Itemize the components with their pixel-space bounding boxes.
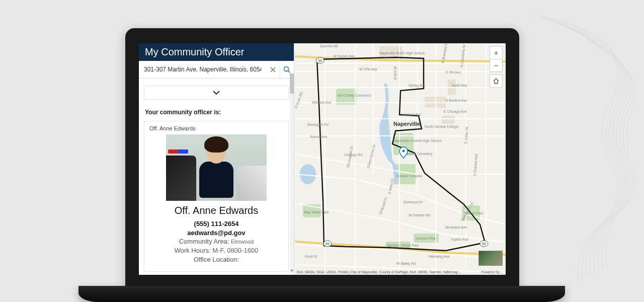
svg-text:W Bailey Rd: W Bailey Rd (396, 262, 416, 266)
map-city-label: Naperville (393, 121, 420, 127)
officer-community-area: Community Area: Elmwood (144, 237, 288, 246)
svg-text:North Central College: North Central College (425, 125, 458, 129)
svg-text:Stonegate Rd: Stonegate Rd (307, 123, 329, 127)
svg-text:Knoll Dr: Knoll Dr (305, 255, 318, 258)
svg-text:59: 59 (482, 242, 486, 246)
officer-phone: (555) 111-2654 (144, 219, 288, 229)
search-row (139, 61, 294, 79)
svg-text:W 57th Ave: W 57th Ave (359, 67, 377, 71)
svg-text:Gartner Park: Gartner Park (416, 237, 436, 240)
svg-point-61 (403, 150, 405, 153)
officer-subhead: Off. Anne Edwards (144, 121, 288, 133)
map-canvas: Naperville 34 59 59 W Ogden Ave W 57th A… (295, 43, 506, 275)
officer-card: Off. Anne Edwards Off. Anne Edwards (555… (144, 121, 289, 272)
svg-text:Tamarack Ave: Tamarack Ave (445, 225, 467, 229)
svg-text:Elmwood Dr: Elmwood Dr (404, 200, 423, 204)
officer-office-location: Office Location: (144, 255, 288, 264)
plus-icon: + (494, 49, 498, 57)
svg-text:May Watts Park: May Watts Park (304, 210, 329, 214)
map-controls: + − (490, 46, 503, 87)
community-area-value: Elmwood (231, 239, 254, 245)
svg-text:Brighton Ridge Park: Brighton Ridge Park (387, 244, 419, 248)
left-panel: My Community Officer Your community offi… (139, 43, 294, 275)
svg-text:Edward Hospital: Edward Hospital (396, 174, 422, 178)
panel-scrollbar[interactable]: ▾ (290, 73, 294, 273)
svg-text:Aurora Ave: Aurora Ave (310, 135, 328, 138)
svg-text:E Chicago Ave: E Chicago Ave (444, 110, 467, 114)
svg-text:Wil-O-Way Commons: Wil-O-Way Commons (337, 94, 371, 98)
svg-text:Oswego Rd: Oswego Rd (344, 153, 363, 157)
svg-text:Waxwing Ave: Waxwing Ave (429, 255, 450, 259)
svg-text:Spring Ave: Spring Ave (409, 84, 426, 88)
community-area-label: Community Area: (179, 238, 231, 245)
svg-text:W Gartner Rd: W Gartner Rd (409, 213, 430, 217)
basemap-toggle[interactable] (478, 251, 503, 266)
svg-text:E 5th Ave: E 5th Ave (446, 70, 461, 74)
officer-email[interactable]: aedwards@pd.gov (144, 229, 288, 238)
officer-photo (166, 134, 267, 201)
app-screen: My Community Officer Your community offi… (139, 43, 506, 275)
chevron-down-icon (213, 91, 220, 95)
close-icon (270, 67, 276, 72)
map-panel[interactable]: Naperville 34 59 59 W Ogden Ave W 57th A… (295, 43, 506, 275)
laptop-frame: My Community Officer Your community offi… (125, 28, 519, 293)
svg-text:59: 59 (326, 242, 330, 246)
office-loc-label: Office Location: (194, 256, 239, 263)
svg-point-0 (284, 66, 289, 71)
app-title: My Community Officer (139, 43, 294, 61)
search-input[interactable] (139, 61, 266, 78)
svg-text:Naperville Central High School: Naperville Central High School (393, 139, 442, 143)
zoom-in-button[interactable]: + (490, 46, 503, 59)
svg-point-9 (300, 164, 316, 184)
officer-name: Off. Anne Edwards (144, 205, 288, 216)
topo-decoration (513, 10, 644, 292)
zoom-out-button[interactable]: − (490, 59, 503, 72)
minus-icon: − (494, 61, 498, 69)
laptop-base (78, 286, 565, 302)
svg-text:W Ogden Ave: W Ogden Ave (333, 54, 355, 58)
svg-text:Tupelo Ave: Tupelo Ave (451, 238, 468, 242)
section-label: Your community officer is: (139, 107, 294, 121)
svg-text:Wilshire Ave: Wilshire Ave (312, 101, 331, 104)
work-hours-value: M-F, 0800-1600 (212, 247, 258, 254)
svg-text:Naperville North High School: Naperville North High School (379, 51, 425, 55)
work-hours-label: Work Hours: (175, 247, 213, 254)
svg-text:E Benton Ave: E Benton Ave (446, 99, 467, 102)
search-icon (283, 66, 291, 73)
scroll-thumb[interactable] (290, 73, 294, 94)
collapse-toggle[interactable] (144, 86, 289, 100)
search-clear-button[interactable] (266, 61, 280, 78)
officer-work-hours: Work Hours: M-F, 0800-1600 (144, 246, 288, 255)
svg-text:34: 34 (318, 59, 322, 62)
svg-text:Summit Hill: Summit Hill (320, 44, 338, 48)
scroll-down-icon[interactable]: ▾ (290, 268, 294, 273)
home-icon (493, 78, 500, 85)
svg-text:Jackson Ave: Jackson Ave (401, 113, 421, 116)
svg-text:Pioneer Park: Pioneer Park (463, 211, 484, 215)
svg-text:N Mill St: N Mill St (393, 66, 397, 80)
svg-rect-13 (442, 116, 455, 124)
home-extent-button[interactable] (490, 74, 503, 88)
svg-text:North Ave: North Ave (452, 84, 467, 87)
